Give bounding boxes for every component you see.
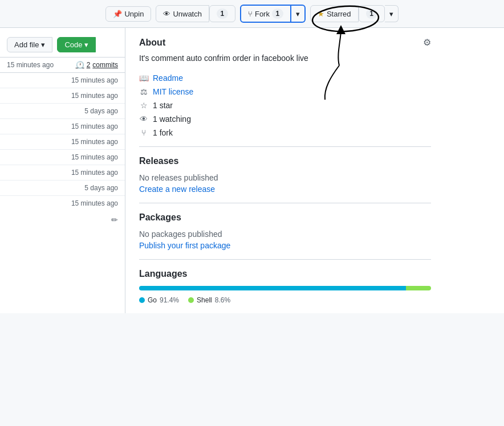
fork-icon-2: ⑂ (139, 128, 148, 137)
file-row: 15 minutes ago (0, 73, 125, 88)
file-time-3: 5 days ago (84, 107, 118, 115)
eye-icon-2: 👁 (139, 114, 148, 124)
file-list: 15 minutes ago 15 minutes ago 5 days ago… (0, 73, 125, 211)
go-bar (139, 286, 406, 290)
code-button[interactable]: Code ▾ (57, 37, 96, 52)
fork-button[interactable]: ⑂ Fork 1 (240, 5, 291, 23)
divider-3 (139, 259, 431, 260)
file-row: 15 minutes ago (0, 134, 125, 150)
language-list: Go 91.4% Shell 8.6% (139, 296, 431, 304)
go-pct: 91.4% (160, 296, 179, 304)
gear-icon[interactable]: ⚙ (423, 37, 431, 48)
divider-2 (139, 203, 431, 203)
unwatch-button[interactable]: 👁 Unwatch (156, 5, 209, 22)
add-file-button[interactable]: Add file ▾ (7, 37, 52, 52)
watching-item: 👁 1 watching (139, 114, 431, 124)
starred-count: 1 (366, 9, 377, 19)
file-time-8: 5 days ago (84, 184, 118, 192)
unwatch-group: 👁 Unwatch 1 (156, 5, 235, 22)
starred-count-badge[interactable]: 1 (359, 5, 385, 22)
publish-package-link[interactable]: Publish your first package (139, 241, 230, 250)
file-time-9: 15 minutes ago (71, 199, 118, 207)
license-item: ⚖ MIT license (139, 87, 431, 96)
repo-action-buttons: 📌 Unpin 👁 Unwatch 1 ⑂ Fork 1 (105, 5, 398, 23)
readme-link[interactable]: Readme (153, 73, 183, 83)
no-packages-text: No packages published (139, 230, 431, 239)
main-content: Add file ▾ Code ▾ 15 minutes ago 🕐 2 com… (0, 28, 504, 313)
go-lang-item: Go 91.4% (139, 296, 179, 304)
fork-label: Fork (255, 10, 270, 18)
chevron-down-icon-3: ▾ (41, 40, 45, 49)
starred-group: ★ Starred 1 ▾ (310, 5, 399, 22)
file-time-6: 15 minutes ago (71, 153, 118, 161)
forks-item: ⑂ 1 fork (139, 128, 431, 137)
chevron-down-icon-2: ▾ (389, 10, 393, 18)
starred-dropdown-button[interactable]: ▾ (385, 5, 399, 22)
edit-icon-area: ✏ (0, 211, 125, 229)
about-header: About ⚙ (139, 37, 431, 48)
unpin-button[interactable]: 📌 Unpin (105, 6, 151, 22)
file-time-2: 15 minutes ago (71, 92, 118, 100)
commits-row: 15 minutes ago 🕐 2 commits (0, 58, 125, 73)
right-panel: About ⚙ It's comment auto confrim order … (125, 28, 445, 313)
create-release-link[interactable]: Create a new release (139, 185, 215, 194)
unpin-label: Unpin (124, 10, 144, 18)
readme-item: 📖 Readme (139, 73, 431, 83)
starred-button[interactable]: ★ Starred (310, 5, 359, 22)
about-description: It's comment auto confrim order in faceb… (139, 52, 431, 64)
shell-pct: 8.6% (215, 296, 230, 304)
shell-bar (406, 286, 431, 290)
file-row: 15 minutes ago (0, 150, 125, 165)
last-commit-time: 15 minutes ago (7, 61, 54, 69)
star-icon-2: ☆ (139, 101, 148, 110)
unwatch-label: Unwatch (173, 10, 202, 18)
scale-icon: ⚖ (139, 87, 148, 96)
file-time-1: 15 minutes ago (71, 76, 118, 84)
releases-section: Releases No releases published Create a … (139, 156, 431, 194)
unpin-icon: 📌 (113, 10, 122, 18)
license-link[interactable]: MIT license (153, 87, 193, 96)
chevron-down-icon-4: ▾ (84, 40, 88, 49)
fork-count: 1 (272, 9, 283, 19)
commits-label: commits (92, 61, 118, 69)
about-meta: 📖 Readme ⚖ MIT license ☆ 1 star 👁 1 watc… (139, 73, 431, 137)
history-icon: 🕐 (76, 61, 84, 69)
releases-title: Releases (139, 156, 431, 166)
left-panel: Add file ▾ Code ▾ 15 minutes ago 🕐 2 com… (0, 28, 125, 313)
unwatch-count-badge[interactable]: 1 (209, 5, 235, 22)
stars-item: ☆ 1 star (139, 101, 431, 110)
forks-count: 1 fork (153, 128, 173, 137)
star-icon: ★ (318, 10, 324, 18)
fork-group: ⑂ Fork 1 ▾ (240, 5, 306, 23)
starred-label: Starred (327, 10, 351, 18)
commit-count: 2 (87, 61, 91, 69)
languages-section: Languages Go 91.4% Shell 8.6% (139, 269, 431, 304)
go-label: Go (148, 296, 157, 304)
file-row: 15 minutes ago (0, 88, 125, 104)
fork-icon: ⑂ (248, 10, 253, 18)
packages-section: Packages No packages published Publish y… (139, 212, 431, 250)
code-label: Code (64, 40, 82, 49)
top-bar: 📌 Unpin 👁 Unwatch 1 ⑂ Fork 1 (0, 0, 504, 28)
divider-1 (139, 146, 431, 147)
shell-lang-item: Shell 8.6% (188, 296, 230, 304)
packages-title: Packages (139, 212, 431, 223)
stars-count: 1 star (153, 101, 173, 110)
pencil-icon[interactable]: ✏ (111, 215, 118, 224)
file-toolbar: Add file ▾ Code ▾ (0, 32, 125, 58)
file-time-4: 15 minutes ago (71, 122, 118, 130)
file-time-7: 15 minutes ago (71, 169, 118, 177)
go-dot (139, 297, 145, 303)
eye-icon: 👁 (163, 10, 170, 18)
file-row: 5 days ago (0, 181, 125, 196)
languages-title: Languages (139, 269, 431, 279)
file-row: 5 days ago (0, 104, 125, 119)
page-wrapper: 📌 Unpin 👁 Unwatch 1 ⑂ Fork 1 (0, 0, 504, 426)
shell-label: Shell (197, 296, 212, 304)
chevron-down-icon: ▾ (296, 10, 300, 18)
fork-dropdown-button[interactable]: ▾ (291, 5, 306, 23)
file-row: 15 minutes ago (0, 119, 125, 134)
language-bar (139, 286, 431, 290)
commits-link[interactable]: 🕐 2 commits (76, 61, 118, 69)
add-file-group: Add file ▾ (7, 37, 52, 52)
